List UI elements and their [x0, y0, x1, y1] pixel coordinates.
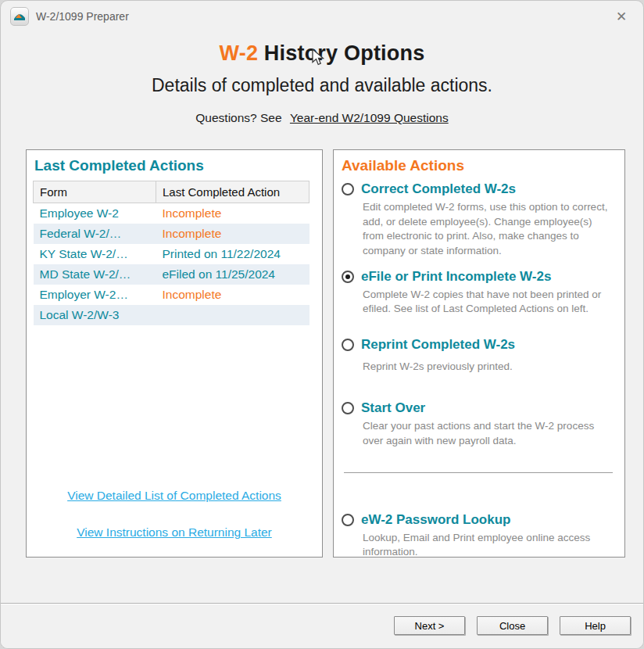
table-row: Federal W-2/… Incomplete: [34, 224, 309, 244]
form-name: MD State W-2/…: [34, 264, 156, 285]
column-header-last-completed-action: Last Completed Action: [156, 181, 309, 203]
page-title: W-2 History Options: [1, 41, 643, 66]
questions-prefix: Questions? See: [195, 111, 281, 124]
content-panels: Last Completed Actions Form Last Complet…: [26, 149, 625, 558]
close-button[interactable]: Close: [477, 616, 548, 635]
form-status: Incomplete: [156, 285, 309, 305]
form-status: Printed on 11/22/2024: [156, 244, 309, 264]
radio-button-icon[interactable]: [342, 402, 354, 414]
option-label[interactable]: Start Over: [361, 400, 425, 416]
option-radio-row[interactable]: Correct Completed W-2s: [342, 181, 615, 197]
form-status: Incomplete: [156, 203, 309, 224]
available-actions-heading: Available Actions: [334, 150, 624, 174]
dialog-footer: Next > Close Help: [1, 603, 643, 648]
option-label[interactable]: eW-2 Password Lookup: [361, 512, 510, 528]
footer-buttons: Next > Close Help: [1, 604, 643, 635]
option-description: Complete W-2 copies that have not been p…: [363, 288, 615, 317]
available-actions-panel: Available Actions Correct Completed W-2s…: [333, 149, 625, 558]
table-row: KY State W-2/… Printed on 11/22/2024: [34, 244, 309, 264]
page-title-accent: W-2: [220, 41, 259, 65]
option-radio-row[interactable]: Start Over: [342, 400, 615, 416]
option-correct-completed-w2s: Correct Completed W-2s Edit completed W-…: [342, 181, 615, 259]
w2-1099-preparer-dialog: W-2/1099 Preparer ✕ W-2 History Options …: [0, 0, 644, 649]
form-name: Local W-2/W-3: [34, 305, 156, 325]
close-icon[interactable]: ✕: [609, 4, 634, 29]
completed-actions-table: Form Last Completed Action Employee W-2 …: [33, 181, 309, 325]
page-title-rest: History Options: [258, 41, 424, 65]
view-detailed-list-link[interactable]: View Detailed List of Completed Actions: [27, 489, 322, 503]
option-reprint-completed-w2s: Reprint Completed W-2s Reprint W-2s prev…: [342, 337, 615, 375]
option-radio-row[interactable]: Reprint Completed W-2s: [342, 337, 615, 353]
option-efile-or-print-incomplete-w2s: eFile or Print Incomplete W-2s Complete …: [342, 269, 615, 317]
option-description: Lookup, Email and Print employee online …: [363, 531, 615, 560]
table-row: Employee W-2 Incomplete: [34, 203, 309, 224]
table-row: MD State W-2/… eFiled on 11/25/2024: [34, 264, 309, 285]
table-row: Employer W-2… Incomplete: [34, 285, 309, 305]
radio-button-icon[interactable]: [342, 514, 354, 526]
form-name: Employee W-2: [34, 203, 156, 224]
form-status: Incomplete: [156, 224, 309, 244]
table-row: Local W-2/W-3: [34, 305, 309, 325]
action-options: Correct Completed W-2s Edit completed W-…: [334, 174, 624, 560]
option-ew2-password-lookup: eW-2 Password Lookup Lookup, Email and P…: [342, 512, 615, 560]
form-name: KY State W-2/…: [34, 244, 156, 264]
help-button[interactable]: Help: [560, 616, 631, 635]
next-button[interactable]: Next >: [394, 616, 465, 635]
view-instructions-link[interactable]: View Instructions on Returning Later: [27, 525, 322, 540]
panel-links: View Detailed List of Completed Actions …: [27, 489, 322, 540]
option-label[interactable]: eFile or Print Incomplete W-2s: [361, 269, 551, 285]
option-start-over: Start Over Clear your past actions and s…: [342, 400, 615, 448]
option-radio-row[interactable]: eFile or Print Incomplete W-2s: [342, 269, 615, 285]
page-subtitle: Details of completed and available actio…: [1, 75, 643, 96]
option-description: Clear your past actions and start the W-…: [363, 419, 615, 448]
page-header: W-2 History Options Details of completed…: [1, 41, 643, 125]
option-description: Edit completed W-2 forms, use this optio…: [363, 200, 615, 259]
radio-button-icon[interactable]: [342, 183, 354, 195]
app-logo-icon: [10, 7, 29, 26]
option-description: Reprint W-2s previously printed.: [363, 360, 615, 375]
option-label[interactable]: Reprint Completed W-2s: [361, 337, 515, 353]
column-header-form: Form: [34, 181, 156, 203]
radio-button-icon[interactable]: [342, 339, 354, 351]
form-status: eFiled on 11/25/2024: [156, 264, 309, 285]
window-title: W-2/1099 Preparer: [36, 10, 129, 23]
last-completed-actions-heading: Last Completed Actions: [27, 150, 322, 174]
option-radio-row[interactable]: eW-2 Password Lookup: [342, 512, 615, 528]
questions-link[interactable]: Year-end W2/1099 Questions: [290, 111, 449, 124]
form-status: [156, 305, 309, 325]
radio-button-selected-icon[interactable]: [342, 271, 354, 283]
form-name: Federal W-2/…: [34, 224, 156, 244]
title-bar: W-2/1099 Preparer ✕: [1, 1, 643, 32]
option-label[interactable]: Correct Completed W-2s: [361, 181, 516, 197]
last-completed-actions-panel: Last Completed Actions Form Last Complet…: [26, 149, 323, 558]
options-divider: [344, 472, 613, 473]
questions-line: Questions? See Year-end W2/1099 Question…: [1, 111, 643, 125]
form-name: Employer W-2…: [34, 285, 156, 305]
table-header-row: Form Last Completed Action: [34, 181, 309, 203]
